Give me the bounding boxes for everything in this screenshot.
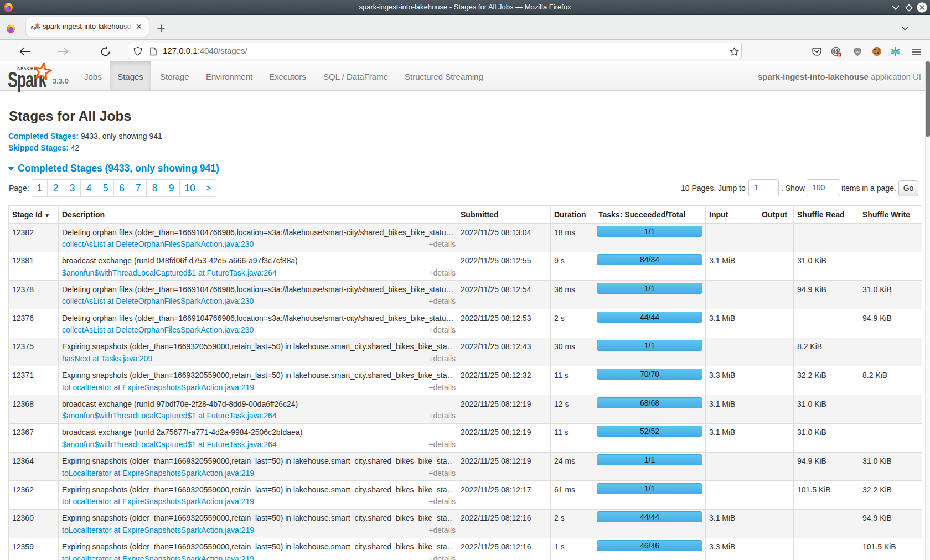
svg-text:Spark: Spark — [30, 25, 40, 30]
svg-text:uo: uo — [856, 50, 860, 53]
